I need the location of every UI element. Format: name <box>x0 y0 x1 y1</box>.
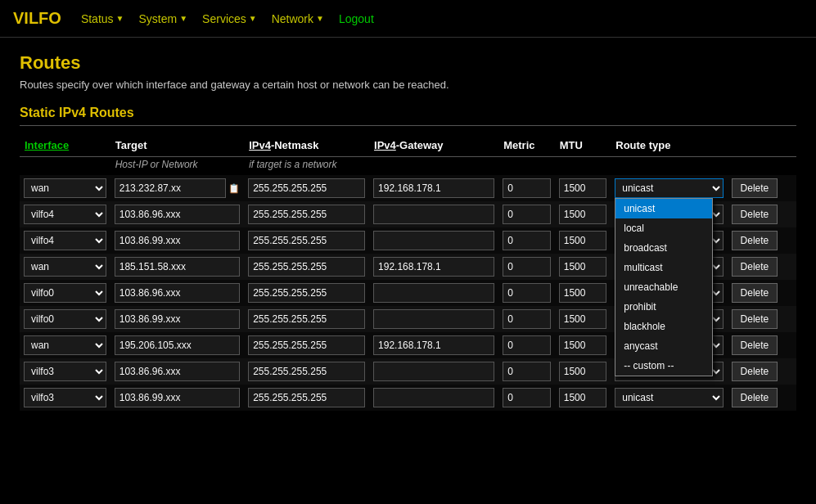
metric-input-8[interactable] <box>503 388 551 407</box>
dropdown-item-unreachable[interactable]: unreachable <box>615 277 712 297</box>
netmask-input-5[interactable] <box>248 309 365 329</box>
dropdown-item-multicast[interactable]: multicast <box>615 258 712 277</box>
target-input-6[interactable] <box>115 335 240 355</box>
dropdown-item-unicast[interactable]: unicast <box>615 199 712 218</box>
gateway-input-5[interactable] <box>373 309 494 329</box>
cell-metric-8 <box>498 385 555 411</box>
gateway-input-6[interactable] <box>373 335 494 355</box>
metric-input-6[interactable] <box>503 335 551 355</box>
interface-select-7[interactable]: wanvilfo0vilfo1vilfo2vilfo3vilfo4 <box>24 362 106 381</box>
dropdown-item-broadcast[interactable]: broadcast <box>615 238 712 258</box>
netmask-input-2[interactable] <box>248 231 365 250</box>
cell-mtu-6 <box>555 332 611 358</box>
routetype-select-8[interactable]: unicastlocalbroadcastmulticastunreachabl… <box>615 388 723 407</box>
cell-delete-8: Delete <box>728 385 796 411</box>
metric-input-5[interactable] <box>503 309 551 329</box>
metric-input-7[interactable] <box>503 362 551 381</box>
cell-delete-2: Delete <box>728 227 796 254</box>
dropdown-item-anycast[interactable]: anycast <box>615 336 712 356</box>
target-input-3[interactable] <box>115 257 240 277</box>
interface-select-2[interactable]: wanvilfo0vilfo1vilfo2vilfo3vilfo4 <box>24 231 106 250</box>
nav-system[interactable]: System ▼ <box>139 12 188 25</box>
dropdown-item----custom---[interactable]: -- custom -- <box>615 356 712 376</box>
mtu-input-7[interactable] <box>559 362 607 381</box>
nav-network[interactable]: Network ▼ <box>272 12 324 25</box>
gateway-input-2[interactable] <box>373 231 494 250</box>
delete-button-3[interactable]: Delete <box>732 257 778 277</box>
gateway-input-0[interactable] <box>373 178 494 198</box>
chevron-down-icon: ▼ <box>249 14 257 23</box>
col-header-target: Target <box>110 134 244 157</box>
netmask-input-7[interactable] <box>248 362 365 381</box>
cell-target-6 <box>110 332 244 358</box>
metric-input-2[interactable] <box>503 231 551 250</box>
delete-button-8[interactable]: Delete <box>732 388 778 407</box>
netmask-input-8[interactable] <box>248 388 365 407</box>
nav-logout[interactable]: Logout <box>339 12 374 25</box>
metric-input-1[interactable] <box>503 205 551 224</box>
target-input-5[interactable] <box>115 309 240 329</box>
clipboard-icon[interactable]: 📋 <box>228 183 240 194</box>
target-input-4[interactable] <box>115 283 240 303</box>
delete-button-2[interactable]: Delete <box>732 231 778 250</box>
subheader-gateway <box>369 157 498 176</box>
gateway-input-1[interactable] <box>373 205 494 224</box>
cell-gateway-4 <box>369 280 498 306</box>
metric-input-4[interactable] <box>503 283 551 303</box>
metric-input-3[interactable] <box>503 257 551 277</box>
routetype-select-0[interactable]: unicast <box>615 178 723 198</box>
netmask-input-0[interactable] <box>248 178 365 198</box>
mtu-input-0[interactable] <box>559 178 607 198</box>
cell-netmask-1 <box>244 201 369 227</box>
gateway-input-3[interactable] <box>373 257 494 277</box>
target-input-8[interactable] <box>115 388 240 407</box>
delete-button-6[interactable]: Delete <box>732 335 778 355</box>
target-input-7[interactable] <box>115 362 240 381</box>
cell-delete-0: Delete <box>728 175 796 201</box>
col-header-routetype: Route type <box>611 134 727 157</box>
mtu-input-1[interactable] <box>559 205 607 224</box>
gateway-input-4[interactable] <box>373 283 494 303</box>
gateway-input-8[interactable] <box>373 388 494 407</box>
netmask-input-3[interactable] <box>248 257 365 277</box>
delete-button-0[interactable]: Delete <box>732 178 778 198</box>
interface-select-5[interactable]: wanvilfo0vilfo1vilfo2vilfo3vilfo4 <box>24 309 106 329</box>
target-input-2[interactable] <box>115 231 240 250</box>
cell-gateway-8 <box>369 385 498 411</box>
target-input-0[interactable] <box>115 178 226 198</box>
mtu-input-6[interactable] <box>559 335 607 355</box>
gateway-input-7[interactable] <box>373 362 494 381</box>
mtu-input-8[interactable] <box>559 388 607 407</box>
metric-input-0[interactable] <box>503 178 551 198</box>
mtu-input-2[interactable] <box>559 231 607 250</box>
delete-button-5[interactable]: Delete <box>732 309 778 329</box>
delete-button-4[interactable]: Delete <box>732 283 778 303</box>
cell-target-5 <box>110 306 244 332</box>
delete-button-1[interactable]: Delete <box>732 205 778 224</box>
dropdown-item-prohibit[interactable]: prohibit <box>615 297 712 317</box>
mtu-input-4[interactable] <box>559 283 607 303</box>
mtu-input-5[interactable] <box>559 309 607 329</box>
cell-gateway-1 <box>369 201 498 227</box>
dropdown-item-blackhole[interactable]: blackhole <box>615 317 712 336</box>
interface-select-3[interactable]: wanvilfo0vilfo1vilfo2vilfo3vilfo4 <box>24 257 106 277</box>
interface-select-6[interactable]: wanvilfo0vilfo1vilfo2vilfo3vilfo4 <box>24 335 106 355</box>
delete-button-7[interactable]: Delete <box>732 362 778 381</box>
interface-select-1[interactable]: wanvilfo0vilfo1vilfo2vilfo3vilfo4 <box>24 205 106 224</box>
netmask-input-4[interactable] <box>248 283 365 303</box>
nav-services[interactable]: Services ▼ <box>202 12 257 25</box>
cell-mtu-4 <box>555 280 611 306</box>
cell-target-0: 📋 <box>110 175 244 201</box>
netmask-input-1[interactable] <box>248 205 365 224</box>
dropdown-item-local[interactable]: local <box>615 218 712 238</box>
nav-status[interactable]: Status ▼ <box>81 12 124 25</box>
netmask-input-6[interactable] <box>248 335 365 355</box>
cell-routetype-8: unicastlocalbroadcastmulticastunreachabl… <box>611 385 727 411</box>
main-content: Routes Routes specify over which interfa… <box>0 38 816 425</box>
interface-select-0[interactable]: wanvilfo0vilfo1vilfo2vilfo3vilfo4 <box>24 178 106 198</box>
target-input-1[interactable] <box>115 205 240 224</box>
cell-mtu-5 <box>555 306 611 332</box>
mtu-input-3[interactable] <box>559 257 607 277</box>
interface-select-8[interactable]: wanvilfo0vilfo1vilfo2vilfo3vilfo4 <box>24 388 106 407</box>
interface-select-4[interactable]: wanvilfo0vilfo1vilfo2vilfo3vilfo4 <box>24 283 106 303</box>
